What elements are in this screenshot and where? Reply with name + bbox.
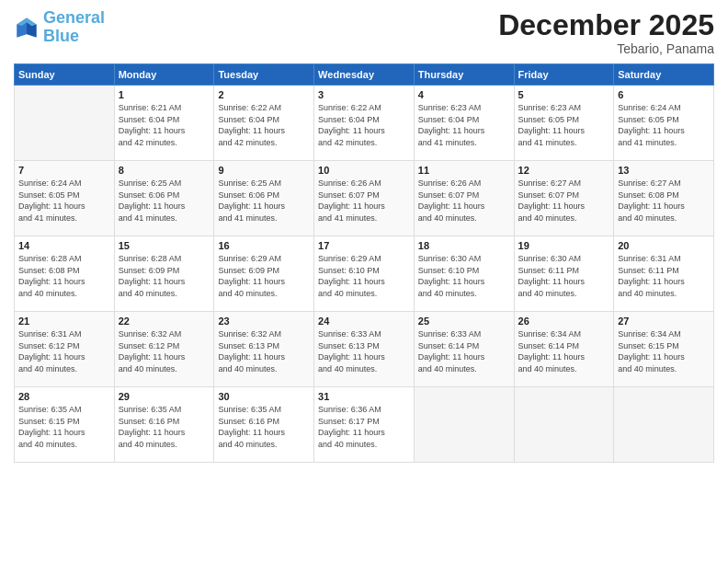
day-info: Sunrise: 6:34 AM Sunset: 6:15 PM Dayligh… bbox=[618, 328, 710, 374]
calendar-day-cell: 24Sunrise: 6:33 AM Sunset: 6:13 PM Dayli… bbox=[314, 312, 415, 387]
calendar-day-cell bbox=[514, 387, 614, 463]
day-number: 21 bbox=[18, 316, 110, 327]
calendar-day-cell: 9Sunrise: 6:25 AM Sunset: 6:06 PM Daylig… bbox=[214, 161, 314, 236]
day-number: 24 bbox=[318, 316, 410, 327]
day-number: 3 bbox=[318, 89, 410, 100]
header-day: Sunday bbox=[15, 64, 115, 86]
day-number: 6 bbox=[618, 89, 710, 100]
calendar-day-cell: 14Sunrise: 6:28 AM Sunset: 6:08 PM Dayli… bbox=[15, 236, 115, 312]
location-subtitle: Tebario, Panama bbox=[498, 41, 714, 56]
calendar-day-cell bbox=[414, 387, 514, 463]
day-info: Sunrise: 6:24 AM Sunset: 6:05 PM Dayligh… bbox=[18, 178, 110, 224]
calendar-day-cell: 16Sunrise: 6:29 AM Sunset: 6:09 PM Dayli… bbox=[214, 236, 314, 312]
calendar-day-cell: 15Sunrise: 6:28 AM Sunset: 6:09 PM Dayli… bbox=[114, 236, 214, 312]
day-info: Sunrise: 6:33 AM Sunset: 6:13 PM Dayligh… bbox=[318, 328, 410, 374]
day-number: 10 bbox=[318, 165, 410, 176]
header-day: Saturday bbox=[614, 64, 714, 86]
header-day: Monday bbox=[114, 64, 214, 86]
day-number: 4 bbox=[418, 89, 510, 100]
logo-text-block: General Blue bbox=[43, 9, 105, 46]
day-number: 11 bbox=[418, 165, 510, 176]
calendar-day-cell: 29Sunrise: 6:35 AM Sunset: 6:16 PM Dayli… bbox=[114, 387, 214, 463]
calendar-day-cell: 18Sunrise: 6:30 AM Sunset: 6:10 PM Dayli… bbox=[414, 236, 514, 312]
calendar-day-cell: 7Sunrise: 6:24 AM Sunset: 6:05 PM Daylig… bbox=[15, 161, 115, 236]
day-info: Sunrise: 6:25 AM Sunset: 6:06 PM Dayligh… bbox=[218, 178, 310, 224]
day-number: 27 bbox=[618, 316, 710, 327]
calendar-day-cell: 3Sunrise: 6:22 AM Sunset: 6:04 PM Daylig… bbox=[314, 86, 415, 161]
calendar-day-cell: 1Sunrise: 6:21 AM Sunset: 6:04 PM Daylig… bbox=[114, 86, 214, 161]
day-info: Sunrise: 6:28 AM Sunset: 6:08 PM Dayligh… bbox=[18, 253, 110, 299]
day-number: 2 bbox=[218, 89, 310, 100]
day-info: Sunrise: 6:27 AM Sunset: 6:08 PM Dayligh… bbox=[618, 178, 710, 224]
month-title: December 2025 bbox=[498, 9, 714, 41]
day-info: Sunrise: 6:31 AM Sunset: 6:11 PM Dayligh… bbox=[618, 253, 710, 299]
calendar-day-cell: 23Sunrise: 6:32 AM Sunset: 6:13 PM Dayli… bbox=[214, 312, 314, 387]
calendar-day-cell: 22Sunrise: 6:32 AM Sunset: 6:12 PM Dayli… bbox=[114, 312, 214, 387]
calendar-day-cell: 17Sunrise: 6:29 AM Sunset: 6:10 PM Dayli… bbox=[314, 236, 415, 312]
day-info: Sunrise: 6:31 AM Sunset: 6:12 PM Dayligh… bbox=[18, 328, 110, 374]
day-number: 1 bbox=[119, 89, 210, 100]
day-number: 13 bbox=[618, 165, 710, 176]
day-info: Sunrise: 6:22 AM Sunset: 6:04 PM Dayligh… bbox=[318, 102, 410, 148]
day-info: Sunrise: 6:35 AM Sunset: 6:15 PM Dayligh… bbox=[18, 404, 110, 450]
day-number: 14 bbox=[18, 240, 110, 251]
calendar-header: SundayMondayTuesdayWednesdayThursdayFrid… bbox=[15, 64, 714, 86]
calendar-day-cell: 8Sunrise: 6:25 AM Sunset: 6:06 PM Daylig… bbox=[114, 161, 214, 236]
day-number: 17 bbox=[318, 240, 410, 251]
calendar-day-cell: 5Sunrise: 6:23 AM Sunset: 6:05 PM Daylig… bbox=[514, 86, 614, 161]
day-info: Sunrise: 6:23 AM Sunset: 6:04 PM Dayligh… bbox=[418, 102, 510, 148]
logo-blue: Blue bbox=[43, 27, 79, 45]
day-info: Sunrise: 6:29 AM Sunset: 6:10 PM Dayligh… bbox=[318, 253, 410, 299]
day-info: Sunrise: 6:33 AM Sunset: 6:14 PM Dayligh… bbox=[418, 328, 510, 374]
calendar-day-cell: 25Sunrise: 6:33 AM Sunset: 6:14 PM Dayli… bbox=[414, 312, 514, 387]
day-number: 25 bbox=[418, 316, 510, 327]
calendar-day-cell bbox=[15, 86, 115, 161]
day-number: 5 bbox=[518, 89, 610, 100]
calendar-week-row: 21Sunrise: 6:31 AM Sunset: 6:12 PM Dayli… bbox=[15, 312, 714, 387]
calendar-day-cell: 13Sunrise: 6:27 AM Sunset: 6:08 PM Dayli… bbox=[614, 161, 714, 236]
calendar-day-cell: 20Sunrise: 6:31 AM Sunset: 6:11 PM Dayli… bbox=[614, 236, 714, 312]
calendar-day-cell: 6Sunrise: 6:24 AM Sunset: 6:05 PM Daylig… bbox=[614, 86, 714, 161]
day-number: 18 bbox=[418, 240, 510, 251]
day-number: 30 bbox=[218, 391, 310, 402]
day-number: 28 bbox=[18, 391, 110, 402]
calendar-week-row: 7Sunrise: 6:24 AM Sunset: 6:05 PM Daylig… bbox=[15, 161, 714, 236]
day-info: Sunrise: 6:30 AM Sunset: 6:10 PM Dayligh… bbox=[418, 253, 510, 299]
day-info: Sunrise: 6:21 AM Sunset: 6:04 PM Dayligh… bbox=[119, 102, 210, 148]
calendar-day-cell: 4Sunrise: 6:23 AM Sunset: 6:04 PM Daylig… bbox=[414, 86, 514, 161]
day-info: Sunrise: 6:35 AM Sunset: 6:16 PM Dayligh… bbox=[218, 404, 310, 450]
calendar-week-row: 28Sunrise: 6:35 AM Sunset: 6:15 PM Dayli… bbox=[15, 387, 714, 463]
logo: General Blue bbox=[14, 9, 105, 46]
day-info: Sunrise: 6:24 AM Sunset: 6:05 PM Dayligh… bbox=[618, 102, 710, 148]
day-info: Sunrise: 6:36 AM Sunset: 6:17 PM Dayligh… bbox=[318, 404, 410, 450]
logo-icon bbox=[14, 15, 40, 40]
day-number: 15 bbox=[119, 240, 210, 251]
day-info: Sunrise: 6:26 AM Sunset: 6:07 PM Dayligh… bbox=[318, 178, 410, 224]
day-number: 26 bbox=[518, 316, 610, 327]
header-day: Thursday bbox=[414, 64, 514, 86]
calendar-container: General Blue December 2025 Tebario, Pana… bbox=[0, 0, 728, 563]
calendar-body: 1Sunrise: 6:21 AM Sunset: 6:04 PM Daylig… bbox=[15, 86, 714, 463]
day-info: Sunrise: 6:32 AM Sunset: 6:12 PM Dayligh… bbox=[119, 328, 210, 374]
day-info: Sunrise: 6:32 AM Sunset: 6:13 PM Dayligh… bbox=[218, 328, 310, 374]
day-info: Sunrise: 6:22 AM Sunset: 6:04 PM Dayligh… bbox=[218, 102, 310, 148]
calendar-day-cell: 2Sunrise: 6:22 AM Sunset: 6:04 PM Daylig… bbox=[214, 86, 314, 161]
calendar-day-cell bbox=[614, 387, 714, 463]
calendar-day-cell: 21Sunrise: 6:31 AM Sunset: 6:12 PM Dayli… bbox=[15, 312, 115, 387]
day-info: Sunrise: 6:34 AM Sunset: 6:14 PM Dayligh… bbox=[518, 328, 610, 374]
calendar-day-cell: 27Sunrise: 6:34 AM Sunset: 6:15 PM Dayli… bbox=[614, 312, 714, 387]
calendar-day-cell: 10Sunrise: 6:26 AM Sunset: 6:07 PM Dayli… bbox=[314, 161, 415, 236]
day-info: Sunrise: 6:29 AM Sunset: 6:09 PM Dayligh… bbox=[218, 253, 310, 299]
day-number: 31 bbox=[318, 391, 410, 402]
header-day: Wednesday bbox=[314, 64, 415, 86]
logo-general: General bbox=[43, 8, 105, 27]
day-info: Sunrise: 6:28 AM Sunset: 6:09 PM Dayligh… bbox=[119, 253, 210, 299]
day-info: Sunrise: 6:25 AM Sunset: 6:06 PM Dayligh… bbox=[119, 178, 210, 224]
day-number: 8 bbox=[119, 165, 210, 176]
day-number: 12 bbox=[518, 165, 610, 176]
title-block: December 2025 Tebario, Panama bbox=[498, 9, 714, 56]
day-number: 29 bbox=[119, 391, 210, 402]
calendar-week-row: 14Sunrise: 6:28 AM Sunset: 6:08 PM Dayli… bbox=[15, 236, 714, 312]
day-number: 19 bbox=[518, 240, 610, 251]
day-info: Sunrise: 6:30 AM Sunset: 6:11 PM Dayligh… bbox=[518, 253, 610, 299]
